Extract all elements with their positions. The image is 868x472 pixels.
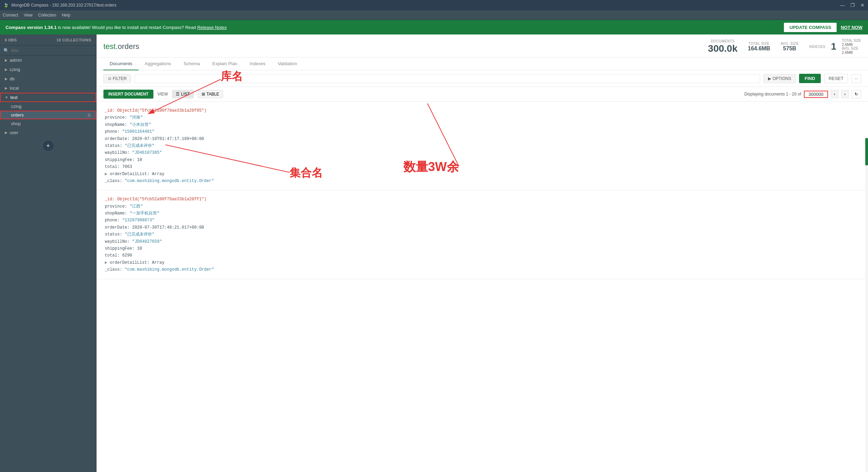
main-layout: 6 DBS 10 COLLECTIONS 🔍 ▶ admin ▶ czing ▶… [0,34,868,472]
doc-field-waybillno: waybillNo: "JD84027659" [105,238,860,245]
options-button[interactable]: ▶ OPTIONS [764,74,796,83]
documents-stat: DOCUMENTS 300.0k [708,39,738,54]
doc-field-class: _class: "com.mashibing.mongodb.entity.Or… [105,266,860,273]
sidebar-item-user[interactable]: ▶ user [0,128,96,137]
refresh-button[interactable]: ↻ [851,90,861,98]
find-button[interactable]: FIND [799,74,820,83]
insert-document-button[interactable]: INSERT DOCUMENT [103,90,153,99]
collection-name-czing: czing [11,104,21,109]
banner-text-main: Compass version 1.34.1 is now available!… [6,25,197,30]
document-row: _id: ObjectId("5fcb52a90f78ae33b1a20f95"… [97,102,868,190]
avg-size-stat: AVG. SIZE 575B [780,42,799,52]
indexes-label: INDEXES [809,45,825,49]
tab-aggregations[interactable]: Aggregations [139,58,178,70]
stats-area: DOCUMENTS 300.0k TOTAL SIZE 164.6MB AVG.… [708,39,861,54]
breadcrumb-collection: orders [118,42,139,51]
next-page-button[interactable]: › [841,90,849,98]
more-options-button[interactable]: ··· [851,74,861,83]
update-banner: Compass version 1.34.1 is now available!… [0,20,868,34]
indexes-value: 1 [831,41,836,52]
indexes-stat: INDEXES 1 TOTAL SIZE 2.6MB AVG. SIZE 2.6… [809,39,861,54]
collection-tabs: Documents Aggregations Schema Explain Pl… [97,58,868,70]
tab-explain-plan[interactable]: Explain Plan [206,58,243,70]
prev-page-button[interactable]: ‹ [831,90,838,98]
tab-schema[interactable]: Schema [177,58,206,70]
breadcrumb-db: test [103,42,115,51]
total-size-label: TOTAL SIZE [748,42,769,46]
index-sizes: TOTAL SIZE 2.6MB AVG. SIZE 2.6MB [842,39,861,54]
document-row: _id: ObjectId("5fcb52a90f78ae33b1a20ff1"… [97,190,868,279]
doc-id-field: _id: ObjectId("5fcb52a90f78ae33b1a20f95"… [105,107,860,114]
sidebar-item-test[interactable]: ▼ test [0,93,96,102]
index-total-size-value: 2.6MB [842,42,861,47]
view-label: VIEW [158,92,168,97]
doc-field-shippingfee: shippingFee: 10 [105,157,860,163]
chevron-right-icon: ▶ [5,86,8,90]
total-size-value: 164.6MB [748,46,770,52]
doc-field-total: total: 7063 [105,163,860,170]
close-btn[interactable]: ✕ [860,2,865,8]
sidebar-item-admin[interactable]: ▶ admin [0,56,96,65]
sidebar-collection-shop[interactable]: shop [0,119,96,128]
search-icon: 🔍 [3,48,9,53]
sidebar-item-czing[interactable]: ▶ czing [0,65,96,74]
tab-documents[interactable]: Documents [103,58,139,70]
sidebar-filter-area: 🔍 [0,46,96,56]
menu-collection[interactable]: Collection [38,13,57,18]
sidebar-collection-orders[interactable]: orders 🗑 [0,111,96,119]
menu-help[interactable]: Help [62,13,70,18]
documents-value: 300.0k [708,43,738,54]
tab-validation[interactable]: Validation [272,58,303,70]
list-icon: ☰ [176,92,180,97]
total-docs-input[interactable] [804,91,828,98]
sidebar-collection-czing[interactable]: czing [0,102,96,111]
document-toolbar: INSERT DOCUMENT VIEW ☰ LIST ⊞ TABLE Disp… [97,87,868,102]
scrollbar-thumb[interactable] [865,138,868,165]
doc-field-shippingfee: shippingFee: 10 [105,245,860,252]
minimize-btn[interactable]: — [840,2,845,8]
not-now-button[interactable]: NOT NOW [841,25,862,30]
sidebar-filter-input[interactable] [11,48,93,53]
avg-size-label: AVG. SIZE [780,42,799,46]
update-compass-button[interactable]: UPDATE COMPASS [784,23,837,32]
doc-id-field: _id: ObjectId("5fcb52a90f78ae33b1a20ff1"… [105,196,860,203]
maximize-btn[interactable]: ❐ [850,2,855,8]
avg-size-value: 575B [783,46,796,52]
release-notes-link[interactable]: Release Notes [197,25,226,30]
sidebar-item-db[interactable]: ▶ db [0,74,96,83]
main-content: test.orders DOCUMENTS 300.0k TOTAL SIZE … [97,34,868,472]
menu-view[interactable]: View [24,13,33,18]
table-icon: ⊞ [202,92,205,97]
tab-indexes[interactable]: Indexes [243,58,272,70]
doc-toolbar-left: INSERT DOCUMENT VIEW ☰ LIST ⊞ TABLE [103,90,223,99]
db-name-user: user [10,130,18,135]
db-name-local: local [10,86,19,91]
add-database-button[interactable]: + [43,141,53,151]
list-view-button[interactable]: ☰ LIST [172,90,193,98]
breadcrumb: test.orders [103,42,139,51]
doc-field-orderdetaillist[interactable]: ▶ orderDetailList: Array [105,171,860,178]
menu-connect[interactable]: Connect [3,13,18,18]
dbs-count: 6 DBS [5,38,17,42]
filter-toolbar: ⊙ FILTER ▶ OPTIONS FIND RESET ··· [97,70,868,87]
app-icon: 🍃 [3,3,9,8]
table-view-button[interactable]: ⊞ TABLE [198,90,223,98]
doc-field-total: total: 6290 [105,252,860,259]
db-name-czing: czing [10,67,20,72]
content-header: test.orders DOCUMENTS 300.0k TOTAL SIZE … [97,34,868,58]
filter-button[interactable]: ⊙ FILTER [103,74,131,83]
doc-field-orderdetaillist[interactable]: ▶ orderDetailList: Array [105,259,860,266]
chevron-right-icon: ▶ [5,58,8,62]
sidebar-item-local[interactable]: ▶ local [0,83,96,93]
delete-collection-icon[interactable]: 🗑 [87,113,91,118]
banner-actions: UPDATE COMPASS NOT NOW [784,23,862,32]
collection-name-shop: shop [11,121,21,126]
index-avg-size-label: AVG. SIZE [842,47,861,50]
filter-query-input[interactable] [134,74,760,83]
filter-icon: ⊙ [108,76,111,81]
reset-button[interactable]: RESET [824,74,848,83]
doc-field-province: province: "江西" [105,203,860,210]
window-controls[interactable]: — ❐ ✕ [840,2,865,8]
doc-field-status: status: "已完成未评价" [105,231,860,238]
chevron-down-icon: ▼ [5,96,8,99]
